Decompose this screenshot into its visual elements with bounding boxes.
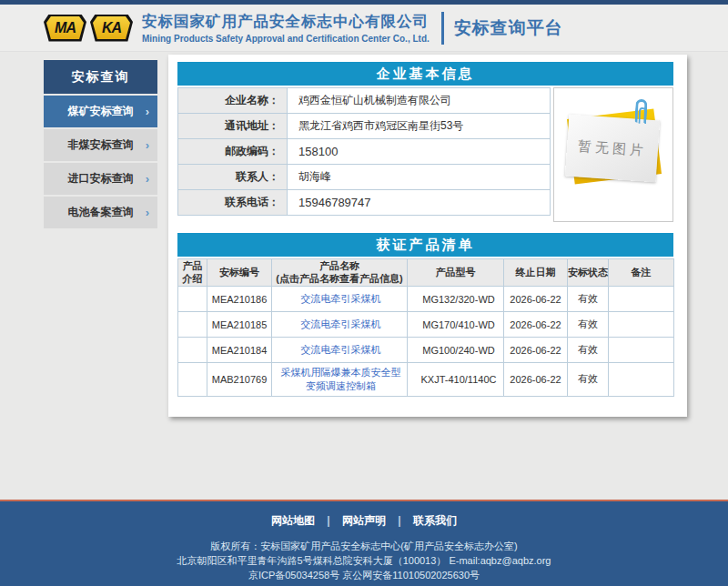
col-end-date: 终止日期 bbox=[504, 259, 568, 287]
footer-address-line: 北京朝阳区和平里青年沟路5号煤科总院安科大厦（100013） E-mail:aq… bbox=[0, 553, 728, 568]
col-product-name: 产品名称 (点击产品名称查看产品信息) bbox=[272, 259, 408, 287]
col-remark: 备注 bbox=[609, 259, 674, 287]
org-title-block: 安标国家矿用产品安全标志中心有限公司 Mining Products Safet… bbox=[142, 12, 430, 44]
table-row: 企业名称： 鸡西金恒矿山机械制造有限公司 bbox=[178, 88, 551, 114]
sidebar-header: 安标查询 bbox=[44, 60, 157, 94]
chevron-right-icon: › bbox=[146, 138, 149, 152]
cell-end-date: 2026-06-22 bbox=[504, 312, 568, 338]
footer-copyright-line: 版权所有：安标国家矿用产品安全标志中心(矿用产品安全标志办公室) bbox=[0, 539, 728, 553]
company-name-label: 企业名称： bbox=[178, 88, 288, 114]
table-row: MEA210184 交流电牵引采煤机 MG100/240-WD 2026-06-… bbox=[178, 338, 674, 363]
sidebar: 安标查询 煤矿安标查询 › 非煤安标查询 › 进口安标查询 › 电池备案查询 › bbox=[44, 60, 157, 230]
product-list-table: 产品介绍 安标编号 产品名称 (点击产品名称查看产品信息) 产品型号 终止日期 … bbox=[177, 258, 674, 397]
site-header: MA KA 安标国家矿用产品安全标志中心有限公司 Mining Products… bbox=[0, 5, 728, 52]
col-product-intro: 产品介绍 bbox=[178, 259, 207, 287]
table-header-row: 产品介绍 安标编号 产品名称 (点击产品名称查看产品信息) 产品型号 终止日期 … bbox=[178, 259, 674, 287]
cell-product-name: 采煤机用隔爆兼本质安全型变频调速控制箱 bbox=[272, 363, 408, 397]
contact-person-label: 联系人： bbox=[178, 165, 288, 190]
paperclip-icon bbox=[634, 99, 647, 124]
table-row: MEA210186 交流电牵引采煤机 MG132/320-WD 2026-06-… bbox=[178, 287, 674, 312]
footer-link-contact[interactable]: 联系我们 bbox=[413, 514, 457, 527]
product-list-title: 获证产品清单 bbox=[177, 233, 673, 257]
product-name-link[interactable]: 交流电牵引采煤机 bbox=[301, 344, 381, 355]
table-row: MAB210769 采煤机用隔爆兼本质安全型变频调速控制箱 KXJT-410/1… bbox=[178, 363, 674, 397]
cell-product-name: 交流电牵引采煤机 bbox=[272, 312, 408, 338]
footer-link-separator: | bbox=[327, 514, 329, 527]
cell-remark bbox=[609, 312, 674, 338]
postcode-value: 158100 bbox=[288, 139, 551, 165]
cell-cert-number: MEA210185 bbox=[207, 312, 272, 338]
product-name-link[interactable]: 采煤机用隔爆兼本质安全型变频调速控制箱 bbox=[281, 367, 401, 391]
cell-product-name: 交流电牵引采煤机 bbox=[272, 338, 408, 363]
postcode-label: 邮政编码： bbox=[178, 139, 288, 165]
cell-product-name: 交流电牵引采煤机 bbox=[272, 287, 408, 312]
chevron-right-icon: › bbox=[146, 206, 149, 219]
ka-badge-icon: KA bbox=[90, 15, 133, 42]
cell-end-date: 2026-06-22 bbox=[504, 338, 568, 363]
cell-product-model: MG132/320-WD bbox=[408, 287, 504, 312]
cell-product-model: KXJT-410/1140C bbox=[408, 363, 504, 397]
col-product-name-line1: 产品名称 bbox=[272, 260, 407, 273]
company-name-value: 鸡西金恒矿山机械制造有限公司 bbox=[288, 88, 551, 114]
sidebar-item-label: 进口安标查询 bbox=[68, 171, 134, 187]
cell-intro bbox=[178, 363, 207, 397]
cell-status: 有效 bbox=[568, 312, 609, 338]
cell-status: 有效 bbox=[568, 287, 609, 312]
sidebar-item-import-query[interactable]: 进口安标查询 › bbox=[44, 163, 157, 195]
table-row: 联系电话： 15946789747 bbox=[178, 190, 551, 216]
org-title-english: Mining Products Safety Approval and Cert… bbox=[142, 34, 430, 44]
site-footer: 网站地图 | 网站声明 | 联系我们 版权所有：安标国家矿用产品安全标志中心(矿… bbox=[0, 500, 728, 586]
ka-badge-label: KA bbox=[93, 16, 130, 39]
enterprise-info-section: 企业名称： 鸡西金恒矿山机械制造有限公司 通讯地址： 黑龙江省鸡西市鸡冠区南星街… bbox=[177, 87, 673, 222]
enterprise-info-table: 企业名称： 鸡西金恒矿山机械制造有限公司 通讯地址： 黑龙江省鸡西市鸡冠区南星街… bbox=[177, 87, 551, 216]
header-divider bbox=[441, 12, 444, 45]
footer-link-separator: | bbox=[398, 514, 400, 527]
cell-product-model: MG170/410-WD bbox=[408, 312, 504, 338]
sidebar-item-label: 煤矿安标查询 bbox=[68, 104, 134, 119]
cell-intro bbox=[178, 287, 207, 312]
col-cert-status: 安标状态 bbox=[568, 259, 609, 287]
table-row: 通讯地址： 黑龙江省鸡西市鸡冠区南星街53号 bbox=[178, 114, 551, 139]
contact-person-value: 胡海峰 bbox=[288, 165, 551, 190]
cell-end-date: 2026-06-22 bbox=[504, 287, 568, 312]
platform-title: 安标查询平台 bbox=[454, 16, 563, 40]
footer-link-statement[interactable]: 网站声明 bbox=[342, 514, 386, 527]
table-row: MEA210185 交流电牵引采煤机 MG170/410-WD 2026-06-… bbox=[178, 312, 674, 338]
table-row: 联系人： 胡海峰 bbox=[178, 165, 551, 190]
cell-cert-number: MEA210186 bbox=[207, 287, 272, 312]
col-cert-number: 安标编号 bbox=[207, 259, 272, 287]
phone-value: 15946789747 bbox=[288, 190, 551, 216]
sidebar-item-coal-mine-query[interactable]: 煤矿安标查询 › bbox=[44, 96, 157, 127]
product-name-link[interactable]: 交流电牵引采煤机 bbox=[301, 293, 381, 304]
cell-remark bbox=[609, 287, 674, 312]
sidebar-item-label: 非煤安标查询 bbox=[68, 137, 134, 153]
no-image-text: 暂无图片 bbox=[577, 137, 647, 159]
cell-cert-number: MEA210184 bbox=[207, 338, 272, 363]
footer-copyright-block: 版权所有：安标国家矿用产品安全标志中心(矿用产品安全标志办公室) 北京朝阳区和平… bbox=[0, 539, 728, 582]
enterprise-info-title: 企业基本信息 bbox=[177, 62, 673, 86]
footer-link-sitemap[interactable]: 网站地图 bbox=[271, 514, 315, 527]
content-area: 安标查询 煤矿安标查询 › 非煤安标查询 › 进口安标查询 › 电池备案查询 ›… bbox=[0, 52, 728, 500]
cell-end-date: 2026-06-22 bbox=[504, 363, 568, 397]
ma-badge-label: MA bbox=[46, 16, 84, 39]
sidebar-item-non-coal-query[interactable]: 非煤安标查询 › bbox=[44, 129, 157, 161]
ma-badge-icon: MA bbox=[44, 15, 86, 42]
table-row: 邮政编码： 158100 bbox=[178, 139, 551, 165]
cell-product-model: MG100/240-WD bbox=[408, 338, 504, 363]
phone-label: 联系电话： bbox=[178, 190, 288, 216]
address-value: 黑龙江省鸡西市鸡冠区南星街53号 bbox=[288, 114, 551, 139]
placeholder-front-card: 暂无图片 bbox=[565, 115, 660, 183]
cell-intro bbox=[178, 338, 207, 363]
chevron-right-icon: › bbox=[146, 105, 149, 118]
col-product-model: 产品型号 bbox=[408, 259, 504, 287]
cell-status: 有效 bbox=[568, 363, 609, 397]
org-title-chinese: 安标国家矿用产品安全标志中心有限公司 bbox=[142, 12, 430, 32]
sidebar-item-label: 电池备案查询 bbox=[68, 205, 134, 220]
no-image-placeholder: 暂无图片 bbox=[553, 87, 673, 222]
product-name-link[interactable]: 交流电牵引采煤机 bbox=[301, 318, 381, 329]
sidebar-item-battery-filing-query[interactable]: 电池备案查询 › bbox=[44, 197, 157, 228]
footer-icp-line: 京ICP备05034258号 京公网安备11010502025630号 bbox=[0, 568, 728, 582]
chevron-right-icon: › bbox=[146, 172, 149, 186]
col-product-name-line2: (点击产品名称查看产品信息) bbox=[272, 273, 407, 286]
maka-logo: MA KA bbox=[44, 15, 133, 42]
